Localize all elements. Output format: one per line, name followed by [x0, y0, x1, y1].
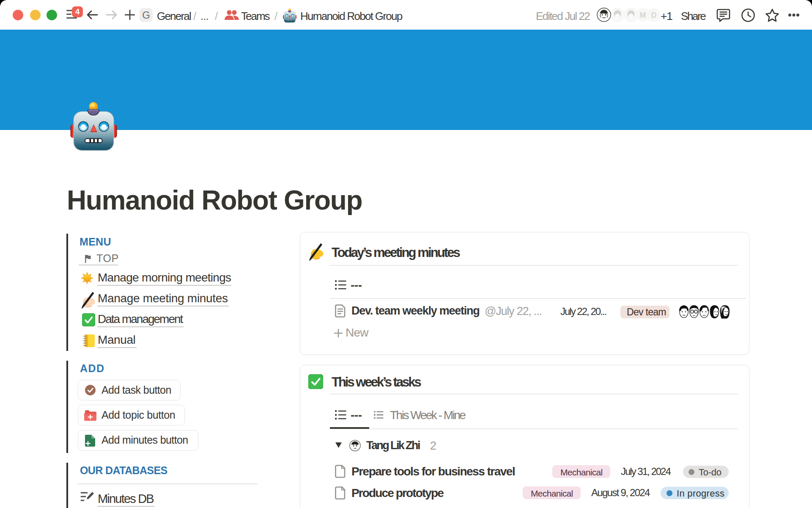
svg-text:M: M: [640, 11, 646, 19]
svg-text:D: D: [651, 11, 657, 19]
